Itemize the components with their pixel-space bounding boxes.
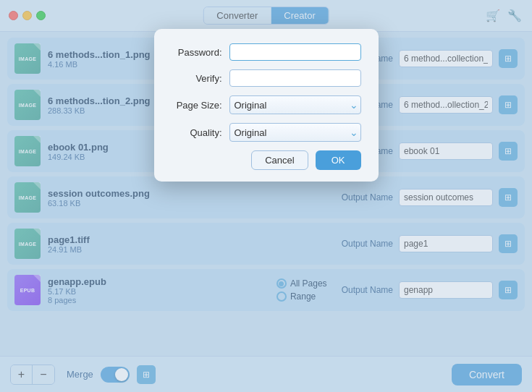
dialog-quality-row: Quality: Original High Medium Low ⌄	[172, 123, 361, 142]
dialog-pagesize-row: Page Size: Original A4 Letter A3 ⌄	[172, 95, 361, 114]
quality-select-wrap: Original High Medium Low ⌄	[229, 123, 361, 142]
verify-input[interactable]	[229, 69, 361, 87]
page-size-label: Page Size:	[172, 100, 229, 111]
password-label: Password:	[172, 47, 229, 58]
password-dialog: Password: Verify: Page Size: Original A4…	[154, 29, 379, 182]
quality-select[interactable]: Original High Medium Low	[229, 123, 361, 142]
password-input[interactable]	[229, 43, 361, 61]
dialog-password-row: Password:	[172, 43, 361, 61]
verify-label: Verify:	[172, 73, 229, 84]
cancel-button[interactable]: Cancel	[251, 150, 308, 170]
page-size-select[interactable]: Original A4 Letter A3	[229, 95, 361, 114]
dialog-buttons: Cancel OK	[172, 150, 361, 170]
quality-label: Quality:	[172, 127, 229, 138]
dialog-verify-row: Verify:	[172, 69, 361, 87]
ok-button[interactable]: OK	[316, 150, 361, 170]
page-size-select-wrap: Original A4 Letter A3 ⌄	[229, 95, 361, 114]
dialog-overlay: Password: Verify: Page Size: Original A4…	[0, 0, 532, 392]
